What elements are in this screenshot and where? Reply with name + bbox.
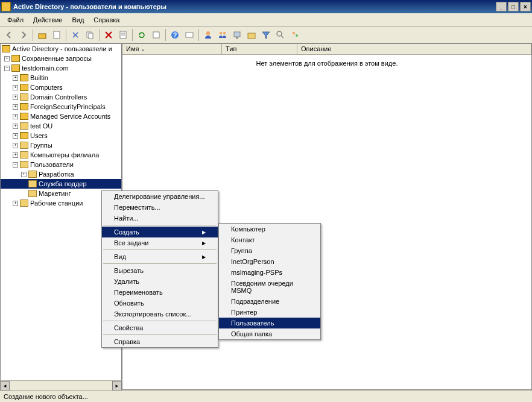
- sub-user[interactable]: Пользователь: [219, 318, 320, 328]
- back-button[interactable]: [2, 28, 16, 42]
- col-name[interactable]: Имя ▲: [122, 44, 222, 54]
- ctx-delegate[interactable]: Делегирование управления...: [102, 191, 218, 202]
- tree-domain-controllers[interactable]: +Domain Controllers: [1, 92, 121, 102]
- ctx-help[interactable]: Справка: [102, 336, 218, 347]
- app-icon: [1, 2, 11, 11]
- delete-button[interactable]: [102, 28, 115, 42]
- chevron-right-icon: ▶: [202, 254, 206, 260]
- sub-group[interactable]: Группа: [219, 245, 320, 256]
- close-button[interactable]: ×: [520, 2, 531, 11]
- scroll-track[interactable]: [10, 381, 112, 390]
- sub-contact[interactable]: Контакт: [219, 234, 320, 245]
- svg-point-20: [296, 34, 298, 37]
- expander-icon[interactable]: +: [13, 143, 18, 148]
- menu-help[interactable]: Справка: [89, 15, 124, 25]
- tree-users-folder[interactable]: −Пользователи: [1, 160, 121, 169]
- sub-printer[interactable]: Принтер: [219, 307, 320, 318]
- help-button[interactable]: ?: [168, 28, 182, 42]
- ou-icon[interactable]: [245, 28, 258, 42]
- maximize-button[interactable]: □: [508, 2, 519, 11]
- tree-computers[interactable]: +Computers: [1, 83, 121, 92]
- expander-icon[interactable]: −: [13, 162, 18, 168]
- minimize-button[interactable]: _: [496, 2, 507, 11]
- find-button[interactable]: [183, 28, 196, 42]
- ctx-rename[interactable]: Переименовать: [102, 287, 218, 298]
- svg-rect-1: [54, 31, 60, 39]
- ctx-create[interactable]: Создать▶: [102, 227, 218, 237]
- tree-builtin[interactable]: +Builtin: [1, 73, 121, 83]
- expander-icon[interactable]: +: [13, 124, 18, 129]
- ctx-alltasks[interactable]: Все задачи▶: [102, 237, 218, 248]
- tree-dev[interactable]: +Разработка: [1, 169, 121, 179]
- sub-computer[interactable]: Компьютер: [219, 224, 320, 234]
- menu-file[interactable]: Файл: [2, 15, 28, 25]
- sub-shared[interactable]: Общая папка: [219, 328, 320, 339]
- svg-point-11: [206, 31, 210, 35]
- ctx-view[interactable]: Вид▶: [102, 251, 218, 262]
- menubar: Файл Действие Вид Справка: [0, 13, 532, 27]
- ctx-cut[interactable]: Вырезать: [102, 265, 218, 276]
- properties-button[interactable]: [50, 28, 63, 42]
- sub-msimaging[interactable]: msImaging-PSPs: [219, 267, 320, 278]
- ctx-export[interactable]: Экспортировать список...: [102, 309, 218, 319]
- tree-scrollbar[interactable]: ◄ ►: [0, 380, 122, 390]
- export-button[interactable]: [150, 28, 163, 42]
- expander-icon[interactable]: +: [13, 152, 18, 158]
- forward-button[interactable]: [17, 28, 30, 42]
- svg-rect-3: [89, 33, 93, 39]
- svg-rect-16: [248, 33, 255, 39]
- sub-ou[interactable]: Подразделение: [219, 296, 320, 307]
- tree-groups[interactable]: +Группы: [1, 140, 121, 150]
- sub-msmq[interactable]: Псевдоним очереди MSMQ: [219, 278, 320, 296]
- svg-point-17: [277, 31, 282, 36]
- list-header: Имя ▲ Тип Описание: [122, 44, 531, 55]
- expander-icon[interactable]: +: [13, 75, 18, 81]
- menu-action[interactable]: Действие: [28, 15, 67, 25]
- computer-icon[interactable]: [230, 28, 244, 42]
- user-icon[interactable]: [201, 28, 215, 42]
- col-type[interactable]: Тип: [222, 44, 297, 54]
- search-icon[interactable]: [274, 28, 287, 42]
- empty-message: Нет элементов для отображения в этом вид…: [122, 55, 531, 67]
- expander-icon[interactable]: +: [21, 172, 27, 177]
- scroll-right-button[interactable]: ►: [112, 381, 122, 391]
- up-button[interactable]: [36, 28, 49, 42]
- tree-saved-queries[interactable]: +Сохраненные запросы: [1, 54, 121, 63]
- tree-branch-computers[interactable]: +Компьютеры филиала: [1, 150, 121, 160]
- tree-testou[interactable]: +test OU: [1, 121, 121, 131]
- menu-view[interactable]: Вид: [67, 15, 89, 25]
- filter-icon[interactable]: [259, 28, 273, 42]
- ctx-delete[interactable]: Удалить: [102, 276, 218, 287]
- refresh-button[interactable]: [135, 28, 148, 42]
- tree-users[interactable]: +Users: [1, 131, 121, 140]
- ctx-properties[interactable]: Свойства: [102, 322, 218, 333]
- expander-icon[interactable]: −: [4, 66, 10, 71]
- tree-msa[interactable]: +Managed Service Accounts: [1, 111, 121, 121]
- expander-icon[interactable]: +: [13, 95, 18, 100]
- copy-button[interactable]: [83, 28, 97, 42]
- tree-domain[interactable]: −testdomain.com: [1, 63, 121, 73]
- sub-inetorg[interactable]: InetOrgPerson: [219, 256, 320, 267]
- expander-icon[interactable]: +: [13, 114, 18, 119]
- expander-icon[interactable]: +: [13, 85, 18, 90]
- props-button[interactable]: [116, 28, 130, 42]
- ctx-refresh[interactable]: Обновить: [102, 298, 218, 309]
- tree-root[interactable]: Active Directory - пользователи и: [1, 44, 121, 54]
- users-icon[interactable]: [216, 28, 229, 42]
- scroll-left-button[interactable]: ◄: [0, 381, 10, 391]
- svg-line-18: [281, 36, 283, 38]
- chevron-right-icon: ▶: [202, 240, 206, 246]
- create-submenu: Компьютер Контакт Группа InetOrgPerson m…: [218, 223, 321, 340]
- expander-icon[interactable]: +: [4, 56, 10, 61]
- last-icon[interactable]: [288, 28, 302, 42]
- cut-button[interactable]: [69, 28, 82, 42]
- tree-support[interactable]: Служба поддер: [1, 179, 121, 189]
- toolbar: ?: [0, 27, 532, 43]
- ctx-find[interactable]: Найти...: [102, 213, 218, 224]
- ctx-move[interactable]: Переместить...: [102, 202, 218, 213]
- tree-fsp[interactable]: +ForeignSecurityPrincipals: [1, 102, 121, 111]
- expander-icon[interactable]: +: [13, 201, 18, 206]
- col-desc[interactable]: Описание: [297, 44, 531, 54]
- expander-icon[interactable]: +: [13, 133, 18, 139]
- expander-icon[interactable]: +: [13, 104, 18, 110]
